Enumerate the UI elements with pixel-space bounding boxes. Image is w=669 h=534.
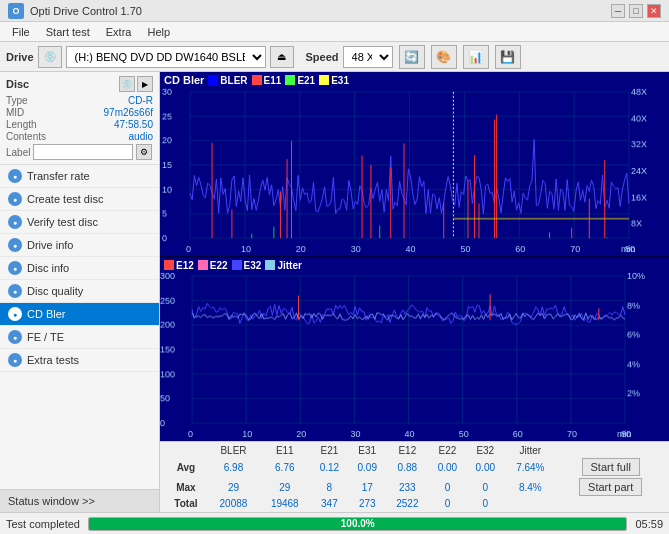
menu-item-file[interactable]: File: [4, 24, 38, 40]
nav-icon-transfer-rate: ●: [8, 169, 22, 183]
disc-icon-btn2[interactable]: ▶: [137, 76, 153, 92]
chart1-canvas: [160, 72, 669, 256]
nav-label-extra-tests: Extra tests: [27, 354, 79, 366]
start-full-button[interactable]: Start full: [582, 458, 640, 476]
nav-label-transfer-rate: Transfer rate: [27, 170, 90, 182]
speed-select[interactable]: 48 X40 X32 X24 X16 X8 X: [343, 46, 393, 68]
stats-cell-max-0: 29: [208, 477, 259, 497]
nav-icon-create-test-disc: ●: [8, 192, 22, 206]
close-button[interactable]: ✕: [647, 4, 661, 18]
stats-cell-total-6: 0: [466, 497, 504, 510]
nav-item-drive-info[interactable]: ●Drive info: [0, 234, 159, 257]
stats-cell-total-1: 19468: [259, 497, 310, 510]
disc-title: Disc: [6, 78, 29, 90]
menu-item-help[interactable]: Help: [139, 24, 178, 40]
nav-item-transfer-rate[interactable]: ●Transfer rate: [0, 165, 159, 188]
length-label: Length: [6, 119, 37, 130]
stats-cell-max-5: 0: [429, 477, 467, 497]
disc-icon-btn1[interactable]: 💿: [119, 76, 135, 92]
nav-item-fe-te[interactable]: ●FE / TE: [0, 326, 159, 349]
stats-col-e32: E32: [466, 444, 504, 457]
contents-label: Contents: [6, 131, 46, 142]
stats-cell-total-4: 2522: [386, 497, 428, 510]
chart1-title: CD Bler BLER E11 E21 E31: [164, 74, 349, 86]
disc-section: Disc 💿 ▶ Type CD-R MID 97m26s66f Length …: [0, 72, 159, 165]
disc-label-input[interactable]: [33, 144, 133, 160]
stats-col-e22: E22: [429, 444, 467, 457]
legend1-e11: E11: [264, 75, 282, 86]
menu-item-start-test[interactable]: Start test: [38, 24, 98, 40]
status-window-label: Status window >>: [8, 495, 95, 507]
title-bar: O Opti Drive Control 1.70 ─ □ ✕: [0, 0, 669, 22]
stats-label-total: Total: [164, 497, 208, 510]
app-title: Opti Drive Control 1.70: [30, 5, 142, 17]
stats-col-e21: E21: [310, 444, 348, 457]
stats-bar: BLER E11 E21 E31 E12 E22 E32 Jitter Avg6…: [160, 441, 669, 512]
label-edit-btn[interactable]: ⚙: [136, 144, 152, 160]
stats-label-max: Max: [164, 477, 208, 497]
stats-cell-total-5: 0: [429, 497, 467, 510]
nav-icon-disc-info: ●: [8, 261, 22, 275]
nav-label-verify-test-disc: Verify test disc: [27, 216, 98, 228]
chart-panel-2: E12 E22 E32 Jitter: [160, 258, 669, 442]
stats-row-max: Max2929817233008.4%Start part: [164, 477, 665, 497]
chart1-title-text: CD Bler: [164, 74, 204, 86]
settings-btn1[interactable]: 🎨: [431, 45, 457, 69]
menu-bar: FileStart testExtraHelp: [0, 22, 669, 42]
stats-col-bler: BLER: [208, 444, 259, 457]
nav-item-extra-tests[interactable]: ●Extra tests: [0, 349, 159, 372]
drive-select[interactable]: (H:) BENQ DVD DD DW1640 BSLB: [66, 46, 266, 68]
nav-icon-extra-tests: ●: [8, 353, 22, 367]
legend2-e22: E22: [210, 260, 228, 271]
chart-area: CD Bler BLER E11 E21 E31 E12 E22 E32 Jit…: [160, 72, 669, 512]
stats-cell-avg-2: 0.12: [310, 457, 348, 477]
stats-cell-max-4: 233: [386, 477, 428, 497]
length-value: 47:58.50: [114, 119, 153, 130]
stats-row-total: Total2008819468347273252200: [164, 497, 665, 510]
type-value: CD-R: [128, 95, 153, 106]
stats-cell-avg-3: 0.09: [348, 457, 386, 477]
chart-panel-1: CD Bler BLER E11 E21 E31: [160, 72, 669, 258]
mid-label: MID: [6, 107, 24, 118]
nav-item-disc-quality[interactable]: ●Disc quality: [0, 280, 159, 303]
stats-label-avg: Avg: [164, 457, 208, 477]
nav-item-disc-info[interactable]: ●Disc info: [0, 257, 159, 280]
menu-item-extra[interactable]: Extra: [98, 24, 140, 40]
settings-btn2[interactable]: 📊: [463, 45, 489, 69]
stats-cell-total-7: [504, 497, 556, 510]
stats-cell-total-3: 273: [348, 497, 386, 510]
progress-bar-fill: 100.0%: [89, 518, 626, 530]
nav-item-verify-test-disc[interactable]: ●Verify test disc: [0, 211, 159, 234]
time-text: 05:59: [635, 518, 663, 530]
refresh-btn[interactable]: 🔄: [399, 45, 425, 69]
nav-label-create-test-disc: Create test disc: [27, 193, 103, 205]
stats-cell-max-6: 0: [466, 477, 504, 497]
stats-cell-total-0: 20088: [208, 497, 259, 510]
nav-item-create-test-disc[interactable]: ●Create test disc: [0, 188, 159, 211]
stats-col-e11: E11: [259, 444, 310, 457]
nav-icon-verify-test-disc: ●: [8, 215, 22, 229]
status-window-button[interactable]: Status window >>: [0, 489, 159, 512]
stats-col-e12: E12: [386, 444, 428, 457]
eject-btn[interactable]: ⏏: [270, 46, 294, 68]
nav-container: ●Transfer rate●Create test disc●Verify t…: [0, 165, 159, 372]
maximize-button[interactable]: □: [629, 4, 643, 18]
nav-label-cd-bler: CD Bler: [27, 308, 66, 320]
drive-icon-btn[interactable]: 💿: [38, 46, 62, 68]
nav-icon-fe-te: ●: [8, 330, 22, 344]
save-btn[interactable]: 💾: [495, 45, 521, 69]
type-label: Type: [6, 95, 28, 106]
mid-value: 97m26s66f: [104, 107, 153, 118]
left-panel: Disc 💿 ▶ Type CD-R MID 97m26s66f Length …: [0, 72, 160, 512]
disc-label-label: Label: [6, 147, 30, 158]
stats-table: BLER E11 E21 E31 E12 E22 E32 Jitter Avg6…: [164, 444, 665, 510]
nav-item-cd-bler[interactable]: ●CD Bler: [0, 303, 159, 326]
minimize-button[interactable]: ─: [611, 4, 625, 18]
stats-col-jitter: Jitter: [504, 444, 556, 457]
status-bar: Test completed 100.0% 05:59: [0, 512, 669, 534]
legend2-e32: E32: [244, 260, 262, 271]
stats-col-empty: [164, 444, 208, 457]
stats-col-action: [556, 444, 665, 457]
start-part-button[interactable]: Start part: [579, 478, 642, 496]
stats-cell-max-1: 29: [259, 477, 310, 497]
